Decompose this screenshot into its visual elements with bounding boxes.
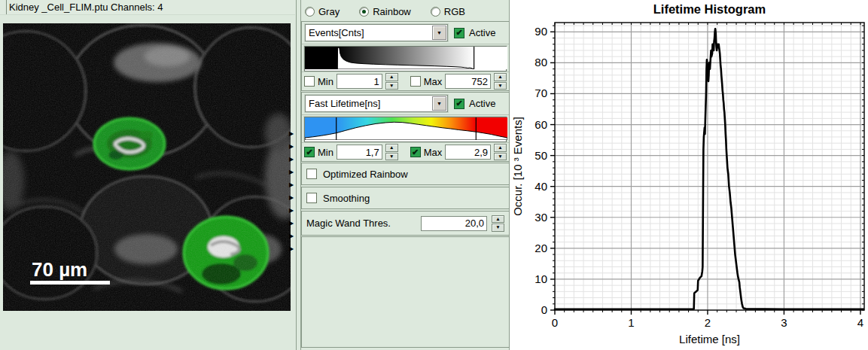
lifetime-min-input[interactable]: [337, 145, 382, 160]
spin-down-button[interactable]: ▼: [385, 153, 398, 161]
expander-arrow-strip[interactable]: ▶▶▶▶▶▶▶▶▶▶: [289, 131, 297, 252]
intensity-active-label: Active: [469, 27, 495, 38]
expand-arrow-icon[interactable]: ▶: [289, 246, 297, 252]
lifetime-histogram-chart: Lifetime Histogram0123401020304050607080…: [510, 0, 868, 350]
control-panel: Gray Rainbow RGB Events[Cnts] ▼ ✔ Active: [301, 0, 510, 350]
y-tick-label: 0: [541, 303, 547, 316]
triangle-down-icon: ▼: [389, 84, 394, 88]
triangle-down-icon: ▼: [389, 154, 394, 159]
magic-wand-row: Magic Wand Thres. ▲ ▼: [301, 211, 510, 236]
lifetime-max-label: Max: [424, 147, 443, 158]
radio-gray[interactable]: Gray: [305, 6, 340, 17]
spin-up-button[interactable]: ▲: [385, 73, 398, 81]
intensity-gradient-bar[interactable]: [304, 46, 507, 72]
expand-arrow-icon[interactable]: ▶: [289, 157, 297, 163]
expand-arrow-icon[interactable]: ▶: [289, 195, 297, 201]
empty-panel-area: [301, 236, 510, 348]
intensity-min-input[interactable]: [337, 74, 382, 89]
dropdown-button[interactable]: ▼: [432, 96, 446, 111]
y-tick-label: 80: [535, 56, 547, 68]
y-tick-label: 70: [535, 87, 547, 99]
radio-rainbow-label: Rainbow: [373, 6, 411, 17]
image-title: Kidney _Cell_FLIM.ptu Channels: 4: [9, 2, 163, 13]
triangle-down-icon: ▼: [495, 225, 500, 230]
smoothing-checkbox[interactable]: ✔: [306, 193, 317, 203]
x-tick-label: 2: [705, 316, 711, 329]
chevron-down-icon: ▼: [437, 101, 442, 106]
triangle-down-icon: ▼: [498, 154, 502, 159]
optimized-rainbow-label: Optimized Rainbow: [323, 169, 408, 180]
intensity-max-checkbox[interactable]: ✔: [410, 76, 421, 87]
expand-arrow-icon[interactable]: ▶: [289, 131, 297, 137]
spin-down-button[interactable]: ▼: [492, 224, 504, 232]
lifetime-min-label: Min: [318, 147, 333, 158]
scale-bar-label: 70 µm: [32, 258, 87, 281]
y-tick-label: 30: [535, 211, 547, 224]
triangle-up-icon: ▲: [495, 217, 500, 221]
lifetime-active-checkbox[interactable]: ✔: [454, 99, 464, 109]
spin-down-button[interactable]: ▼: [494, 82, 507, 90]
smoothing-label: Smoothing: [323, 193, 370, 204]
check-icon: ✔: [455, 29, 462, 37]
dropdown-button[interactable]: ▼: [432, 26, 446, 40]
intensity-min-label: Min: [318, 76, 333, 87]
flim-image-container: 70 µm: [3, 23, 291, 311]
expand-arrow-icon[interactable]: ▶: [289, 169, 297, 175]
radio-rgb-label: RGB: [444, 6, 465, 17]
radio-rainbow[interactable]: Rainbow: [359, 6, 411, 17]
spin-up-button[interactable]: ▲: [385, 144, 398, 152]
expand-arrow-icon[interactable]: ▶: [289, 144, 297, 150]
spin-down-button[interactable]: ▼: [494, 153, 507, 161]
expand-arrow-icon[interactable]: ▶: [289, 182, 297, 188]
intensity-active-checkbox[interactable]: ✔: [454, 28, 464, 38]
expand-arrow-icon[interactable]: ▶: [289, 233, 297, 239]
lifetime-max-spinner[interactable]: ▲ ▼: [494, 144, 507, 160]
intensity-active-toggle[interactable]: ✔ Active: [454, 27, 495, 38]
radio-gray-circle[interactable]: [305, 7, 315, 17]
chevron-down-icon: ▼: [437, 30, 442, 35]
x-tick-label: 1: [628, 316, 634, 329]
lifetime-max-input[interactable]: [445, 145, 491, 160]
flim-image[interactable]: 70 µm: [3, 23, 291, 311]
chart-title: Lifetime Histogram: [653, 2, 766, 16]
intensity-max-spinner[interactable]: ▲ ▼: [494, 73, 507, 90]
magic-wand-spinner[interactable]: ▲ ▼: [492, 215, 504, 232]
flim-analysis-app: Kidney _Cell_FLIM.ptu Channels: 4: [0, 0, 868, 350]
intensity-min-spinner[interactable]: ▲ ▼: [385, 73, 398, 90]
lifetime-max-checkbox[interactable]: ✔: [410, 147, 421, 157]
lifetime-channel-value: Fast Lifetime[ns]: [306, 98, 431, 109]
intensity-channel-value: Events[Cnts]: [306, 27, 431, 38]
intensity-channel-dropdown[interactable]: Events[Cnts] ▼: [305, 24, 448, 41]
spin-up-button[interactable]: ▲: [494, 144, 507, 152]
expand-arrow-icon[interactable]: ▶: [289, 221, 297, 227]
radio-rgb[interactable]: RGB: [431, 6, 465, 17]
radio-rainbow-circle[interactable]: [359, 7, 369, 17]
x-tick-label: 4: [857, 316, 863, 329]
check-icon: ✔: [455, 99, 462, 108]
spin-up-button[interactable]: ▲: [494, 73, 507, 81]
lifetime-min-spinner[interactable]: ▲ ▼: [385, 144, 398, 160]
radio-rgb-circle[interactable]: [431, 7, 440, 17]
triangle-up-icon: ▲: [498, 75, 502, 79]
spin-down-button[interactable]: ▼: [385, 82, 398, 90]
intensity-max-input[interactable]: [445, 74, 491, 89]
y-axis-label: Occur. [10 ³ Events]: [511, 117, 524, 216]
intensity-min-checkbox[interactable]: ✔: [304, 76, 315, 87]
optimized-rainbow-row: ✔ Optimized Rainbow: [301, 163, 510, 185]
lifetime-channel-dropdown[interactable]: Fast Lifetime[ns] ▼: [305, 95, 448, 112]
expand-arrow-icon[interactable]: ▶: [289, 208, 297, 214]
intensity-max-label: Max: [424, 76, 443, 87]
y-tick-label: 10: [535, 272, 547, 285]
lifetime-active-toggle[interactable]: ✔ Active: [454, 98, 495, 109]
check-icon: ✔: [412, 148, 419, 157]
lifetime-active-label: Active: [469, 98, 495, 109]
lifetime-min-checkbox[interactable]: ✔: [304, 147, 315, 157]
x-tick-label: 3: [781, 316, 787, 329]
x-axis-label: Lifetime [ns]: [679, 333, 740, 345]
scale-bar-line: [30, 281, 110, 285]
y-tick-label: 60: [535, 118, 547, 131]
lifetime-gradient-bar[interactable]: [304, 117, 507, 142]
magic-wand-input[interactable]: [421, 216, 487, 231]
spin-up-button[interactable]: ▲: [492, 215, 504, 224]
optimized-rainbow-checkbox[interactable]: ✔: [306, 169, 317, 179]
